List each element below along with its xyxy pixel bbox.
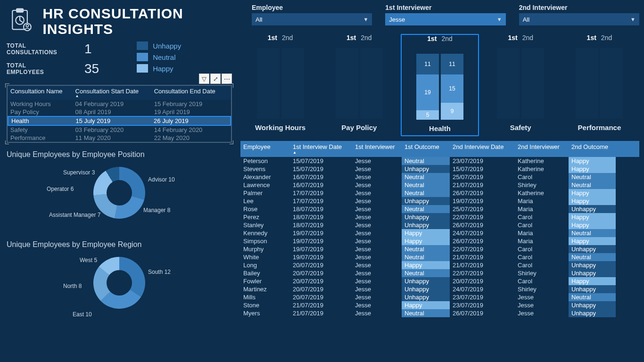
table-row[interactable]: Simpson19/07/2019Jesse Happy26/07/2019Ma… xyxy=(240,237,639,245)
filters-row: Employee All ▼ 1st Interviewer Jesse ▼ 2… xyxy=(240,4,639,25)
stack-safety[interactable]: 1st2nd Safety xyxy=(484,34,558,136)
stack-pay-policy[interactable]: 1st2nd Pay Policy xyxy=(322,34,396,136)
consultation-row[interactable]: Working Hours04 February 201915 February… xyxy=(8,100,231,108)
table-row[interactable]: Mills20/07/2019Jesse Unhappy23/07/2019Je… xyxy=(240,293,639,301)
stack-performance[interactable]: 1st2nd Performance xyxy=(562,34,636,136)
sort-column[interactable]: Consultation Start Date xyxy=(75,88,154,98)
table-row[interactable]: Stanley18/07/2019Jesse Unhappy26/07/2019… xyxy=(240,221,639,229)
focus-mode-icon[interactable]: ⤢ xyxy=(210,74,221,84)
interviewer1-dropdown[interactable]: Jesse ▼ xyxy=(385,13,505,25)
donut-label: North 8 xyxy=(63,283,82,289)
table-row[interactable]: Myers21/07/2019Jesse Neutral26/07/2019Je… xyxy=(240,309,639,317)
legend-label: Neutral xyxy=(153,53,175,61)
chevron-down-icon: ▼ xyxy=(497,16,502,22)
legend-item[interactable]: Neutral xyxy=(137,53,181,61)
donut-label: Manager 8 xyxy=(143,207,170,214)
dashboard-title: HR CONSULTATION INSIGHTS xyxy=(42,6,232,37)
filter-interviewer-2: 2nd Interviewer All ▼ xyxy=(519,4,639,25)
table-row[interactable]: Fowler20/07/2019Jesse Unhappy20/07/2019C… xyxy=(240,277,639,285)
detail-table[interactable]: Employee 1st Interview Date▲ 1st Intervi… xyxy=(240,141,639,317)
table-row[interactable]: Rose18/07/2019Jesse Neutral25/07/2019Mar… xyxy=(240,205,639,213)
legend-swatch xyxy=(137,41,148,50)
filter-interviewer-1: 1st Interviewer Jesse ▼ xyxy=(385,4,505,25)
stack-bar-1st[interactable]: 5 19 11 xyxy=(416,54,439,120)
left-panel: HR CONSULTATION INSIGHTS TOTAL CONSULTAT… xyxy=(0,0,236,362)
stack-bar-2nd[interactable]: 9 15 11 xyxy=(441,54,463,120)
chevron-down-icon: ▼ xyxy=(363,16,368,22)
table-row[interactable]: Lee17/07/2019Jesse Unhappy19/07/2019Mari… xyxy=(240,197,639,205)
kpi-row: TOTAL CONSULTATIONS 1 TOTAL EMPLOYEES 35… xyxy=(7,41,232,76)
stack-health[interactable]: 1st2nd 5 19 11 9 15 11Health xyxy=(401,34,479,136)
right-panel: Employee All ▼ 1st Interviewer Jesse ▼ 2… xyxy=(236,0,644,362)
donut-label: West 5 xyxy=(80,257,97,263)
donut-position-chart[interactable]: Unique Employees by Employee Position Ad… xyxy=(7,150,232,233)
table-row[interactable]: Murphy19/07/2019Jesse Neutral22/07/2019C… xyxy=(240,245,639,253)
donut-label: Advisor 10 xyxy=(148,176,175,183)
chevron-down-icon: ▼ xyxy=(630,16,636,22)
consultation-table-header[interactable]: Consultation Name Consultation Start Dat… xyxy=(8,86,231,100)
legend-label: Unhappy xyxy=(153,42,181,50)
consultation-table[interactable]: Consultation Name Consultation Start Dat… xyxy=(7,85,232,143)
consultation-row[interactable]: Performance11 May 202022 May 2020 xyxy=(8,134,231,142)
table-row[interactable]: Stone21/07/2019Jesse Happy23/07/2019Jess… xyxy=(240,301,639,309)
legend-item[interactable]: Happy xyxy=(137,64,181,73)
table-row[interactable]: Stevens15/07/2019Jesse Unhappy15/07/2019… xyxy=(240,165,639,173)
donut-label: Operator 6 xyxy=(47,186,74,192)
consultation-row[interactable]: Safety03 February 202014 February 2020 xyxy=(8,126,231,134)
legend-item[interactable]: Unhappy xyxy=(137,41,181,50)
clipboard-chart-icon xyxy=(7,7,35,35)
consultation-row[interactable]: Pay Policy08 April 201919 April 2019 xyxy=(8,108,231,116)
donut-label: South 12 xyxy=(148,269,171,275)
dashboard-header: HR CONSULTATION INSIGHTS xyxy=(7,6,232,37)
filter-employee: Employee All ▼ xyxy=(252,4,372,25)
donut-label: Supervisor 3 xyxy=(63,169,95,176)
kpi-total-employees: TOTAL EMPLOYEES 35 xyxy=(7,61,99,76)
table-row[interactable]: Kennedy19/07/2019Jesse Happy24/07/2019Ma… xyxy=(240,229,639,237)
table-row[interactable]: White19/07/2019Jesse Neutral21/07/2019Ca… xyxy=(240,253,639,261)
legend-swatch xyxy=(137,53,148,61)
table-row[interactable]: Perez18/07/2019Jesse Unhappy22/07/2019Ca… xyxy=(240,213,639,221)
table-row[interactable]: Alexander16/07/2019Jesse Neutral25/07/20… xyxy=(240,173,639,181)
legend-label: Happy xyxy=(153,65,173,73)
donut-chart[interactable] xyxy=(93,167,145,219)
table-row[interactable]: Lawrence16/07/2019Jesse Neutral21/07/201… xyxy=(240,181,639,189)
kpi-total-consultations: TOTAL CONSULTATIONS 1 xyxy=(7,41,99,57)
legend-swatch xyxy=(137,64,148,73)
table-row[interactable]: Martinez20/07/2019Jesse Unhappy24/07/201… xyxy=(240,285,639,293)
donut-region-chart[interactable]: Unique Employees by Employee Region Sout… xyxy=(7,240,232,323)
consultation-row[interactable]: Health15 July 201926 July 2019 xyxy=(8,116,231,126)
table-row[interactable]: Bailey20/07/2019Jesse Neutral22/07/2019S… xyxy=(240,269,639,277)
more-options-icon[interactable]: ⋯ xyxy=(222,74,232,84)
detail-table-header[interactable]: Employee 1st Interview Date▲ 1st Intervi… xyxy=(240,141,639,157)
interviewer2-dropdown[interactable]: All ▼ xyxy=(519,13,639,25)
filter-icon[interactable]: ▽ xyxy=(199,74,209,84)
donut-chart[interactable] xyxy=(93,257,145,309)
stacked-bars-row[interactable]: 1st2nd Working Hours1st2nd Pay Policy1st… xyxy=(240,32,639,141)
donut-label: Assistant Manager 7 xyxy=(49,212,100,218)
table-row[interactable]: Long20/07/2019Jesse Happy21/07/2019Carol… xyxy=(240,261,639,269)
donut-label: East 10 xyxy=(73,311,92,318)
svg-rect-1 xyxy=(17,9,23,12)
stack-working-hours[interactable]: 1st2nd Working Hours xyxy=(243,34,317,136)
outcome-legend: UnhappyNeutralHappy xyxy=(137,41,181,73)
table-row[interactable]: Palmer17/07/2019Jesse Neutral26/07/2019K… xyxy=(240,189,639,197)
table-row[interactable]: Peterson15/07/2019Jesse Neutral23/07/201… xyxy=(240,157,639,165)
employee-dropdown[interactable]: All ▼ xyxy=(252,13,372,25)
